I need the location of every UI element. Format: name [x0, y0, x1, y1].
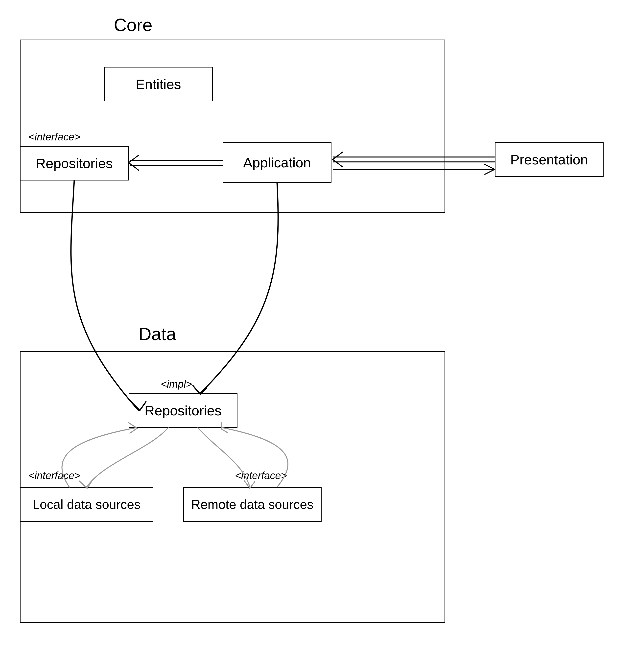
local-label: Local data sources	[32, 497, 141, 512]
entities-box: Entities	[104, 67, 213, 102]
core-label: Core	[114, 15, 152, 35]
core-box	[20, 40, 445, 212]
repos-box-data: Repositories	[129, 393, 238, 428]
repos-box-core: Repositories	[20, 146, 129, 180]
app-box: Application	[223, 142, 331, 183]
interface-label-local: <interface>	[28, 470, 81, 481]
remote-label: Remote data sources	[191, 497, 313, 512]
local-box: Local data sources	[20, 487, 153, 522]
presentation-label: Presentation	[510, 152, 588, 167]
interface-label-repos: <interface>	[28, 131, 81, 143]
remote-box: Remote data sources	[183, 487, 322, 522]
diagram-container: Core Entities <interface> Repositories A…	[0, 0, 635, 672]
entities-label: Entities	[135, 76, 181, 92]
svg-line-16	[485, 170, 495, 174]
data-repos-label: Repositories	[145, 403, 221, 419]
interface-label-remote: <interface>	[235, 470, 287, 481]
data-label: Data	[138, 324, 176, 344]
presentation-box: Presentation	[495, 142, 604, 177]
impl-label: <impl>	[161, 378, 192, 390]
core-repos-label: Repositories	[36, 155, 113, 171]
app-label: Application	[243, 155, 311, 171]
svg-line-15	[485, 164, 495, 170]
